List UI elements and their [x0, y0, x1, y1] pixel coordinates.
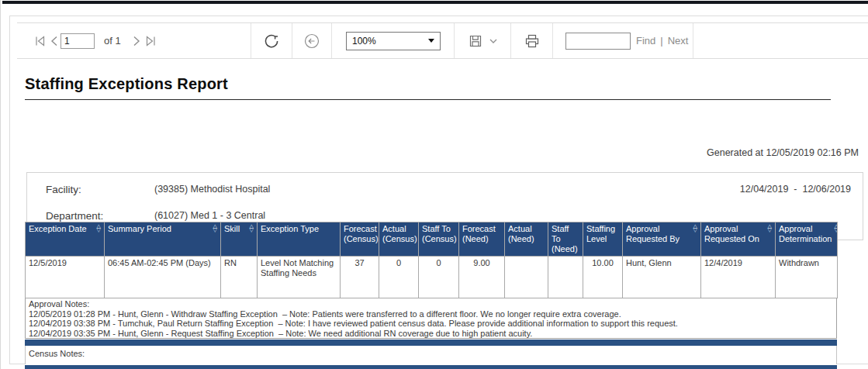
current-page-input[interactable] [61, 33, 95, 49]
column-label: Staff To (Need) [552, 224, 579, 254]
pagination-group: of 1 [17, 23, 251, 58]
census-notes-section: Census Notes: [25, 346, 837, 364]
col-approval-requested-on: Approval Requested On△▽ [701, 222, 776, 257]
back-group [292, 23, 332, 58]
exceptions-grid: Exception Date△▽ Summary Period△▽ Skill△… [25, 222, 837, 369]
table-header-row: Exception Date△▽ Summary Period△▽ Skill△… [26, 222, 838, 257]
sort-icon[interactable]: △▽ [213, 225, 217, 232]
facility-label: Facility: [46, 184, 81, 195]
toolbar-spacer [693, 23, 868, 58]
sort-icon[interactable]: △▽ [834, 225, 837, 232]
refresh-icon [263, 33, 280, 50]
back-to-parent-button[interactable] [303, 32, 321, 50]
report-body: Staffing Exceptions Report Generated at … [10, 59, 868, 364]
col-staffing-level: Staffing Level [583, 222, 623, 257]
col-actual-need: Actual (Need) [505, 222, 548, 257]
facility-value: (39385) Methodist Hospital [154, 184, 270, 195]
find-link[interactable]: Find [636, 35, 655, 47]
approval-note: 12/05/2019 01:28 PM - Hunt, Glenn - With… [29, 309, 833, 319]
page-title: Staffing Exceptions Report [25, 75, 831, 100]
cell-summary-period: 06:45 AM-02:45 PM (Days) [105, 257, 221, 298]
find-next-links: Find|Next [636, 35, 688, 47]
zoom-group: 100% [332, 23, 455, 58]
chevron-right-icon [130, 34, 143, 48]
column-label: Skill [224, 224, 240, 234]
sort-icon[interactable]: △▽ [768, 225, 772, 232]
department-label: Department: [46, 210, 103, 222]
column-label: Staff To (Census) [422, 224, 457, 244]
col-actual-census: Actual (Census) [379, 222, 419, 257]
table-row: 12/5/2019 06:45 AM-02:45 PM (Days) RN Le… [26, 257, 838, 298]
chevron-left-icon [48, 34, 61, 48]
cell-skill: RN [221, 257, 258, 298]
refresh-button[interactable] [263, 33, 280, 50]
exceptions-table: Exception Date△▽ Summary Period△▽ Skill△… [25, 222, 838, 298]
approval-note: 12/04/2019 03:38 PM - Tumchuk, Paul Retu… [29, 319, 833, 329]
cell-actual-need [505, 257, 548, 298]
report-date-range: 12/04/2019 - 12/06/2019 [740, 184, 851, 195]
col-staffto-census: Staff To (Census) [419, 222, 459, 257]
first-page-button[interactable] [33, 34, 48, 48]
approval-notes-section: Approval Notes: 12/05/2019 01:28 PM - Hu… [25, 298, 837, 339]
print-group [511, 23, 553, 58]
cell-exception-type: Level Not Matching Staffing Needs [258, 257, 341, 298]
cell-actual-census: 0 [379, 257, 419, 298]
column-label: Exception Date [29, 224, 87, 234]
cell-forecast-need: 9.00 [459, 257, 505, 298]
col-skill: Skill△▽ [221, 222, 258, 257]
export-group [455, 23, 511, 58]
col-staffto-need: Staff To (Need) [548, 222, 583, 257]
zoom-select[interactable]: 100% [346, 32, 441, 50]
approval-note: 12/04/2019 03:35 PM - Hunt, Glenn - Requ… [29, 329, 833, 339]
column-label: Forecast (Census) [344, 224, 379, 244]
col-exception-type: Exception Type [258, 222, 341, 257]
floppy-disk-icon [468, 33, 483, 49]
col-forecast-census: Forecast (Census) [341, 222, 379, 257]
col-summary-period: Summary Period△▽ [105, 222, 221, 257]
zoom-value: 100% [352, 36, 376, 47]
sort-icon[interactable]: △▽ [97, 225, 101, 232]
cell-staffto-census: 0 [419, 257, 459, 298]
next-page-button[interactable] [130, 34, 143, 48]
first-page-icon [33, 34, 48, 48]
column-label: Approval Requested On [704, 224, 766, 244]
cell-staffing-level: 10.00 [583, 257, 623, 298]
column-label: Exception Type [261, 224, 319, 234]
section-divider-bar [25, 365, 837, 369]
cell-exception-date: 12/5/2019 [26, 257, 105, 298]
last-page-icon [143, 34, 158, 48]
last-page-button[interactable] [143, 34, 158, 48]
print-button[interactable] [524, 33, 540, 49]
cell-approval-determination: Withdrawn [776, 257, 838, 298]
report-viewer-screen: of 1 [0, 0, 868, 369]
refresh-group [251, 23, 292, 58]
printer-icon [524, 33, 540, 49]
dropdown-caret-icon [428, 39, 434, 43]
find-group: Find|Next [553, 23, 693, 58]
export-save-button[interactable] [468, 33, 483, 49]
sort-icon[interactable]: △▽ [250, 225, 254, 232]
cell-approval-requested-by: Hunt, Glenn [623, 257, 701, 298]
find-text-input[interactable] [565, 33, 631, 50]
cell-approval-requested-on: 12/4/2019 [701, 257, 776, 298]
chevron-down-icon[interactable] [489, 38, 498, 44]
census-notes-title: Census Notes: [29, 349, 833, 359]
column-label: Actual (Need) [508, 224, 545, 244]
cell-forecast-census: 37 [341, 257, 379, 298]
sort-icon[interactable]: △▽ [693, 225, 697, 232]
col-approval-determination: Approval Determination△▽ [776, 222, 838, 257]
top-accent-bar [2, 1, 868, 4]
previous-page-button[interactable] [48, 34, 61, 48]
col-forecast-need: Forecast (Need) [459, 222, 505, 257]
column-label: Approval Determination [779, 224, 832, 244]
next-link[interactable]: Next [668, 35, 689, 47]
column-label: Forecast (Need) [462, 224, 501, 244]
page-count-label: of 1 [104, 35, 121, 47]
approval-notes-title: Approval Notes: [29, 299, 833, 309]
generated-timestamp: Generated at 12/05/2019 02:16 PM [707, 147, 859, 158]
column-label: Staffing Level [586, 224, 619, 244]
column-label: Actual (Census) [382, 224, 417, 244]
report-viewer-frame: of 1 [9, 16, 868, 364]
circled-back-arrow-icon [303, 32, 321, 50]
section-divider-bar [25, 340, 837, 346]
